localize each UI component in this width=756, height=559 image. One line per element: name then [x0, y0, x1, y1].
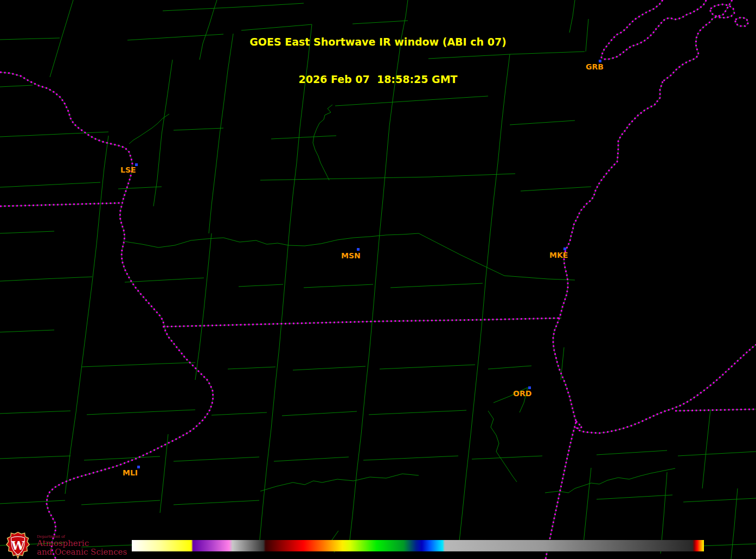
county-boundary-line — [282, 411, 357, 416]
shoreline-line — [576, 345, 756, 433]
county-boundary-line — [84, 456, 160, 460]
county-boundary-line — [228, 367, 276, 369]
county-boundary-line — [0, 330, 54, 332]
county-boundary-line — [260, 474, 419, 491]
city-label-ord: ORD — [513, 390, 531, 397]
county-boundary-line — [380, 365, 475, 369]
county-boundary-line — [153, 135, 162, 206]
shoreline-line — [553, 81, 663, 421]
state-border-dotted-line — [0, 72, 213, 559]
county-boundary-line — [561, 347, 564, 380]
county-boundary-line — [71, 369, 81, 450]
city-label-mke: MKE — [549, 251, 568, 259]
city-dot-msn — [357, 248, 360, 251]
county-boundary-line — [212, 412, 267, 415]
county-boundary-line — [174, 500, 259, 505]
county-boundary-line — [290, 128, 300, 228]
county-boundary-line — [0, 231, 54, 233]
county-boundary-line — [373, 233, 380, 310]
county-boundary-line — [129, 114, 169, 144]
county-boundary-line — [239, 284, 283, 287]
county-boundary-line — [209, 135, 220, 233]
county-boundary-line — [118, 187, 162, 189]
county-boundary-line — [678, 452, 756, 456]
city-label-mli: MLI — [123, 469, 138, 477]
county-boundary-line — [293, 366, 366, 370]
county-boundary-line — [65, 450, 71, 494]
county-boundary-line — [0, 132, 108, 137]
county-boundary-line — [458, 473, 466, 551]
county-boundary-line — [0, 500, 65, 504]
county-boundary-line — [702, 410, 710, 488]
county-boundary-line — [357, 389, 366, 471]
county-boundary-line — [488, 411, 517, 482]
county-boundary-line — [276, 304, 283, 383]
state-border-dotted-line — [576, 345, 756, 433]
county-boundary-line — [81, 363, 195, 367]
county-boundary-line — [597, 495, 672, 499]
county-boundary-line — [259, 467, 267, 545]
city-label-msn: MSN — [341, 252, 361, 259]
shoreline-line — [0, 72, 213, 559]
county-boundary-line — [125, 233, 419, 247]
logo-name-line1: Atmospheric — [37, 539, 127, 548]
city-dot-mke — [563, 247, 566, 250]
county-boundary-line — [260, 174, 515, 180]
county-boundary-line — [490, 124, 502, 238]
state-border-dotted-line — [553, 81, 663, 421]
county-boundary-line — [174, 457, 259, 461]
county-boundary-line — [0, 411, 71, 414]
county-boundary-line — [369, 410, 466, 415]
county-boundary-line — [304, 284, 373, 288]
county-boundary-line — [475, 315, 483, 392]
county-boundary-line — [483, 238, 490, 315]
county-boundary-line — [488, 366, 531, 369]
county-boundary-line — [0, 456, 71, 459]
county-boundary-line — [81, 282, 92, 369]
county-boundary-line — [472, 456, 542, 459]
county-boundary-line — [0, 182, 100, 187]
county-boundary-line — [92, 205, 100, 282]
shoreline-line — [675, 409, 756, 411]
uw-aos-logo: W Department of Atmospheric and Oceanic … — [3, 532, 127, 559]
county-boundary-line — [583, 468, 591, 548]
county-boundary-line — [597, 450, 667, 455]
county-boundary-line — [204, 233, 212, 309]
county-boundary-line — [274, 457, 349, 461]
city-label-lse: LSE — [120, 166, 136, 174]
color-scale-bar — [132, 540, 704, 551]
title-line2: 2026 Feb 07 18:58:25 GMT — [0, 73, 756, 86]
title-line1: GOES East Shortwave IR window (ABI ch 07… — [0, 36, 756, 48]
county-boundary-line — [81, 500, 160, 505]
logo-name-line2: and Oceanic Sciences — [37, 548, 127, 556]
svg-text:W: W — [11, 538, 25, 552]
county-boundary-line — [267, 383, 276, 467]
county-boundary-line — [100, 136, 108, 205]
county-boundary-line — [545, 468, 675, 493]
uw-crest-icon: W — [3, 532, 33, 559]
county-boundary-line — [283, 228, 290, 304]
county-boundary-line — [87, 410, 195, 415]
image-title: GOES East Shortwave IR window (ABI ch 07… — [0, 11, 756, 98]
county-boundary-line — [466, 392, 475, 473]
county-boundary-line — [349, 471, 357, 549]
county-boundary-line — [380, 126, 389, 233]
county-boundary-line — [313, 105, 332, 180]
county-boundary-line — [163, 3, 304, 11]
county-boundary-line — [125, 278, 204, 282]
county-boundary-line — [390, 283, 483, 288]
county-boundary-line — [363, 456, 458, 460]
county-boundary-line — [271, 136, 336, 139]
county-boundary-line — [683, 498, 756, 502]
county-boundary-line — [0, 277, 92, 281]
county-boundary-line — [174, 128, 223, 130]
county-boundary-line — [521, 187, 591, 191]
county-boundary-line — [510, 120, 575, 125]
logo-text: Department of Atmospheric and Oceanic Sc… — [37, 535, 127, 556]
